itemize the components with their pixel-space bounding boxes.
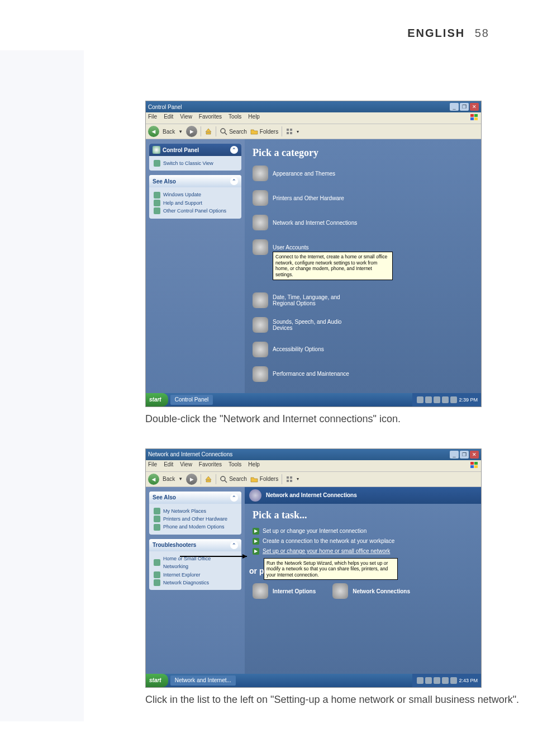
or-pick-label: or pi: [249, 566, 473, 575]
switch-classic-link[interactable]: Switch to Classic View: [154, 159, 237, 167]
tray-icon[interactable]: [434, 677, 440, 684]
taskbar-control-panel[interactable]: Control Panel: [170, 395, 213, 405]
control-panel-icon: [153, 146, 160, 154]
menu-favorites[interactable]: Favorites: [199, 461, 222, 470]
screenshot-network-connections: Network and Internet Connections _ ❐ ✕ F…: [145, 448, 482, 688]
close-button[interactable]: ✕: [470, 103, 479, 111]
printers-hardware-link[interactable]: Printers and Other Hardware: [154, 515, 237, 523]
folders-button[interactable]: Folders: [250, 127, 278, 135]
system-tray: 2:43 PM: [412, 674, 481, 687]
menu-view[interactable]: View: [180, 114, 192, 122]
svg-rect-7: [290, 129, 292, 131]
svg-rect-1: [474, 114, 478, 117]
menu-tools[interactable]: Tools: [229, 461, 241, 470]
cat-sounds[interactable]: Sounds, Speech, and Audio Devices: [253, 317, 359, 333]
search-icon: [220, 475, 227, 483]
forward-button[interactable]: ►: [186, 474, 197, 485]
menu-help[interactable]: Help: [248, 114, 260, 122]
pick-category-heading: Pick a category: [253, 147, 473, 159]
internet-options-icon[interactable]: Internet Options: [253, 583, 316, 599]
window-title: Network and Internet Connections: [148, 451, 449, 457]
search-button[interactable]: Search: [220, 127, 247, 135]
svg-rect-9: [290, 132, 292, 134]
help-support-link[interactable]: Help and Support: [154, 199, 237, 207]
menu-help[interactable]: Help: [248, 461, 260, 470]
see-also-title: See Also: [153, 494, 176, 500]
cat-appearance[interactable]: Appearance and Themes: [253, 166, 359, 181]
window-title: Control Panel: [148, 104, 449, 110]
phone-modem-link[interactable]: Phone and Modem Options: [154, 523, 237, 531]
cat-perf[interactable]: Performance and Maintenance: [253, 366, 359, 382]
windows-update-link[interactable]: Windows Update: [154, 191, 237, 199]
svg-rect-19: [290, 480, 292, 482]
menu-edit[interactable]: Edit: [164, 461, 173, 470]
task-workplace-connection[interactable]: ▶Create a connection to the network at y…: [253, 538, 473, 545]
internet-explorer-link[interactable]: Internet Explorer: [154, 571, 237, 579]
views-icon[interactable]: [285, 127, 293, 135]
up-icon[interactable]: [204, 127, 212, 135]
tray-icon[interactable]: [442, 396, 449, 403]
toolbar: ◄ Back ▼ ► Search Folders ▾: [146, 124, 481, 139]
see-also-title: See Also: [153, 178, 176, 185]
up-icon[interactable]: [204, 475, 212, 483]
folders-icon: [250, 127, 258, 135]
caption-2: Click in the list to the left on "Settin…: [145, 692, 533, 707]
other-options-link[interactable]: Other Control Panel Options: [154, 207, 237, 215]
back-button[interactable]: ◄: [148, 474, 159, 485]
svg-marker-21: [242, 554, 247, 559]
menu-tools[interactable]: Tools: [229, 114, 241, 122]
svg-rect-17: [290, 476, 292, 479]
tray-icon[interactable]: [425, 396, 432, 403]
tray-icon[interactable]: [450, 677, 457, 684]
cat-network[interactable]: Network and Internet Connections: [253, 215, 359, 230]
document-margin: [0, 50, 84, 721]
start-button[interactable]: start: [146, 674, 168, 687]
back-button[interactable]: ◄: [148, 126, 159, 137]
task-setup-internet[interactable]: ▶Set up or change your Internet connecti…: [253, 528, 473, 535]
performance-icon: [253, 366, 268, 382]
help-icon: [154, 579, 160, 586]
cat-access[interactable]: Accessibility Options: [253, 342, 359, 357]
minimize-button[interactable]: _: [450, 451, 459, 459]
close-button[interactable]: ✕: [470, 451, 479, 459]
views-icon[interactable]: [285, 475, 293, 483]
minimize-button[interactable]: _: [450, 103, 459, 111]
start-button[interactable]: start: [146, 393, 168, 407]
menu-view[interactable]: View: [180, 461, 192, 470]
arrow-icon: ▶: [253, 528, 259, 535]
network-places-icon: [154, 508, 160, 514]
cat-datetime[interactable]: Date, Time, Language, and Regional Optio…: [253, 292, 359, 308]
collapse-icon[interactable]: ⌃: [230, 146, 238, 154]
tray-icon[interactable]: [442, 677, 449, 684]
task-home-office-network[interactable]: ▶Set up or change your home or small off…: [253, 548, 473, 555]
tray-icon[interactable]: [417, 396, 423, 403]
menu-file[interactable]: File: [148, 461, 157, 470]
collapse-icon[interactable]: ⌃: [230, 177, 238, 185]
menu-favorites[interactable]: Favorites: [199, 114, 222, 122]
folders-button[interactable]: Folders: [250, 475, 278, 483]
tray-icon[interactable]: [450, 396, 457, 403]
svg-rect-16: [287, 476, 289, 479]
my-network-places-link[interactable]: My Network Places: [154, 507, 237, 515]
users-icon: [253, 239, 268, 255]
back-label: Back: [163, 476, 175, 482]
network-diagnostics-link[interactable]: Network Diagnostics: [154, 579, 237, 587]
toolbar: ◄ Back ▼ ► Search Folders ▾: [146, 472, 481, 487]
tray-icon[interactable]: [434, 396, 440, 403]
menu-file[interactable]: File: [148, 114, 157, 122]
category-banner: Network and Internet Connections: [245, 487, 481, 504]
tray-icon[interactable]: [425, 677, 432, 684]
tray-clock: 2:39 PM: [459, 397, 478, 403]
window-titlebar: Network and Internet Connections _ ❐ ✕: [146, 449, 481, 460]
tray-icon[interactable]: [417, 677, 423, 684]
network-connections-icon[interactable]: Network Connections: [332, 583, 410, 599]
maximize-button[interactable]: ❐: [460, 451, 469, 459]
collapse-icon[interactable]: ⌃: [230, 494, 238, 502]
maximize-button[interactable]: ❐: [460, 103, 469, 111]
menu-edit[interactable]: Edit: [164, 114, 173, 122]
taskbar-network[interactable]: Network and Internet...: [170, 675, 236, 686]
forward-button[interactable]: ►: [186, 126, 197, 137]
search-button[interactable]: Search: [220, 475, 247, 483]
cat-printers[interactable]: Printers and Other Hardware: [253, 190, 359, 206]
tray-clock: 2:43 PM: [459, 678, 478, 683]
